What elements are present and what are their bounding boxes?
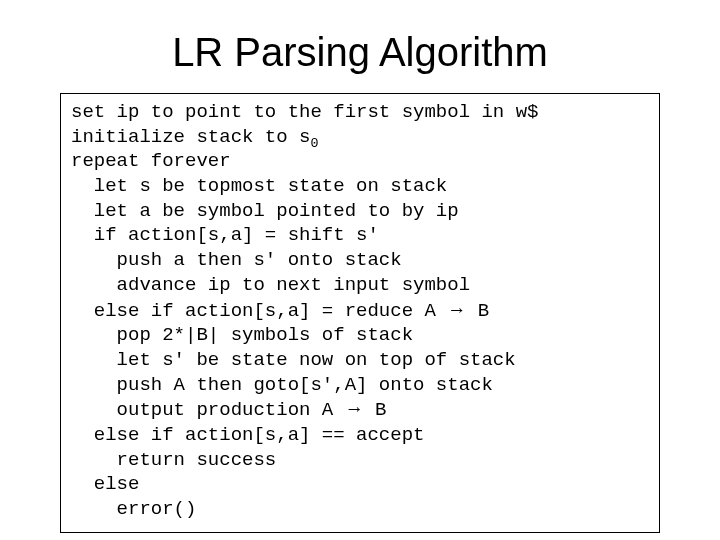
code-line: let a be symbol pointed to by ip — [71, 200, 459, 222]
code-line: pop 2*|B| symbols of stack — [71, 324, 413, 346]
code-line: else — [71, 473, 139, 495]
algorithm-box: set ip to point to the first symbol in w… — [60, 93, 660, 533]
code-line: output production A — [71, 399, 345, 421]
code-line: push a then s' onto stack — [71, 249, 402, 271]
slide-title: LR Parsing Algorithm — [60, 30, 660, 75]
code-line: advance ip to next input symbol — [71, 274, 470, 296]
code-line: initialize stack to s — [71, 126, 310, 148]
code-line: let s' be state now on top of stack — [71, 349, 516, 371]
code-line: error() — [71, 498, 196, 520]
arrow-icon: → — [447, 299, 466, 320]
code-line: push A then goto[s',A] onto stack — [71, 374, 493, 396]
code-line: else if action[s,a] == accept — [71, 424, 424, 446]
code-line: return success — [71, 449, 276, 471]
code-line: repeat forever — [71, 150, 231, 172]
code-line: set ip to point to the first symbol in w… — [71, 101, 538, 123]
slide: LR Parsing Algorithm set ip to point to … — [0, 0, 720, 540]
code-line: B — [364, 399, 387, 421]
code-line: let s be topmost state on stack — [71, 175, 447, 197]
code-line: else if action[s,a] = reduce A — [71, 300, 447, 322]
code-line: if action[s,a] = shift s' — [71, 224, 379, 246]
arrow-icon: → — [345, 398, 364, 419]
code-line: B — [466, 300, 489, 322]
subscript: 0 — [310, 135, 318, 150]
